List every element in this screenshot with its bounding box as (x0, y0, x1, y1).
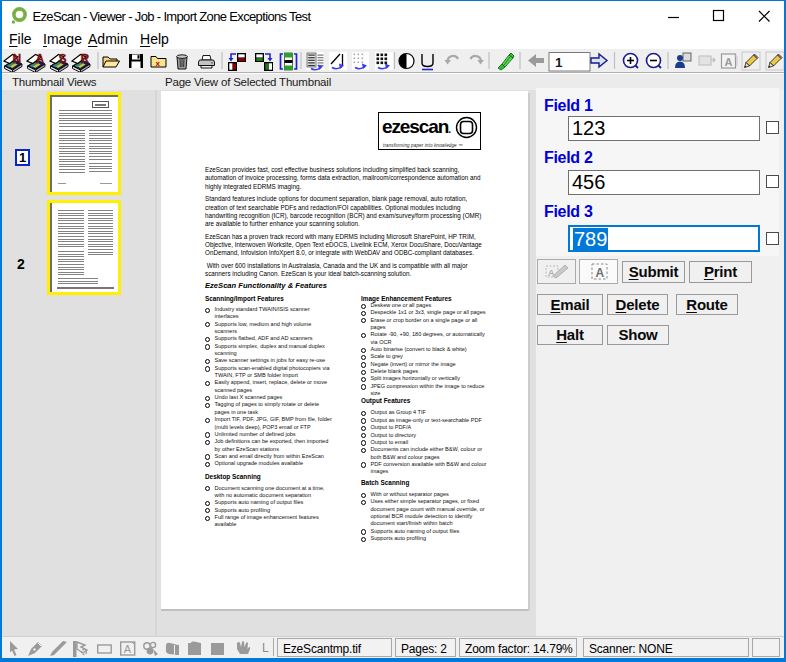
svg-text:A: A (725, 56, 733, 68)
svg-text:A: A (124, 643, 132, 655)
svg-text:R: R (81, 52, 90, 66)
svg-text:x: x (156, 59, 161, 68)
svg-text:N: N (13, 52, 22, 66)
svg-text:1: 1 (555, 55, 563, 70)
svg-text:A: A (36, 52, 45, 66)
svg-text:S: S (59, 52, 67, 66)
svg-text:A: A (595, 266, 604, 280)
